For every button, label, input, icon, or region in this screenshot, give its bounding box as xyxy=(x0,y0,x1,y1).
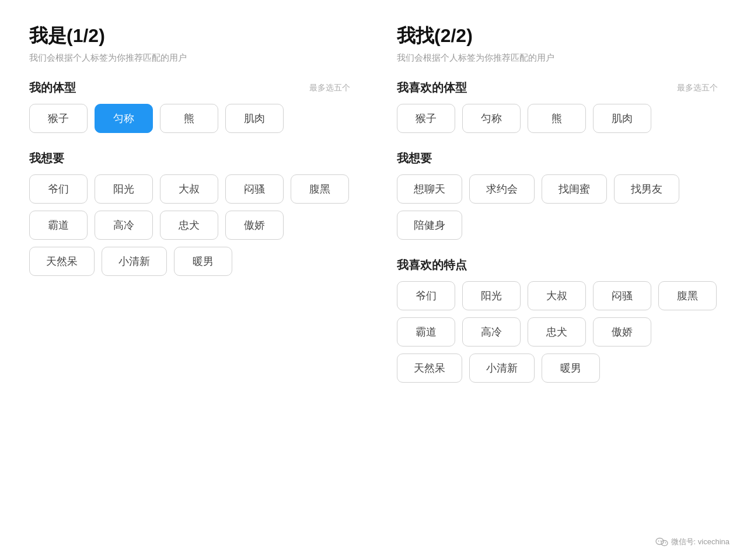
left-subtitle: 我们会根据个人标签为你推荐匹配的用户 xyxy=(29,52,350,64)
left-body-type-limit: 最多选五个 xyxy=(309,83,350,93)
left-want-group: 我想要 爷们阳光大叔闷骚腹黑霸道高冷忠犬傲娇天然呆小清新暖男 xyxy=(29,150,350,276)
right-body-type-label: 我喜欢的体型 xyxy=(397,80,467,96)
svg-point-3 xyxy=(660,541,661,542)
tag-找闺蜜[interactable]: 找闺蜜 xyxy=(542,174,607,204)
tag-天然呆[interactable]: 天然呆 xyxy=(397,354,462,383)
left-want-label: 我想要 xyxy=(29,150,64,166)
right-body-type-limit: 最多选五个 xyxy=(677,83,718,93)
tag-猴子[interactable]: 猴子 xyxy=(397,104,455,133)
tag-肌肉[interactable]: 肌肉 xyxy=(225,104,284,133)
tag-阳光[interactable]: 阳光 xyxy=(95,174,153,204)
tag-忠犬[interactable]: 忠犬 xyxy=(528,317,586,346)
right-want-group: 我想要 想聊天求约会找闺蜜找男友陪健身 xyxy=(397,150,718,240)
tag-傲娇[interactable]: 傲娇 xyxy=(593,317,651,346)
tag-猴子[interactable]: 猴子 xyxy=(29,104,88,133)
tag-高冷[interactable]: 高冷 xyxy=(462,317,521,346)
main-layout: 我是(1/2) 我们会根据个人标签为你推荐匹配的用户 我的体型 最多选五个 猴子… xyxy=(29,23,718,400)
left-column: 我是(1/2) 我们会根据个人标签为你推荐匹配的用户 我的体型 最多选五个 猴子… xyxy=(29,23,350,400)
tag-腹黑[interactable]: 腹黑 xyxy=(291,174,349,204)
svg-point-5 xyxy=(665,542,666,544)
tag-腹黑[interactable]: 腹黑 xyxy=(658,281,717,310)
right-traits-group: 我喜欢的特点 爷们阳光大叔闷骚腹黑霸道高冷忠犬傲娇天然呆小清新暖男 xyxy=(397,257,718,383)
tag-熊[interactable]: 熊 xyxy=(528,104,586,133)
wechat-icon xyxy=(655,536,668,548)
right-subtitle: 我们会根据个人标签为你推荐匹配的用户 xyxy=(397,52,718,64)
tag-想聊天[interactable]: 想聊天 xyxy=(397,174,462,204)
tag-找男友[interactable]: 找男友 xyxy=(614,174,679,204)
right-body-type-header: 我喜欢的体型 最多选五个 xyxy=(397,80,718,96)
tag-暖男[interactable]: 暖男 xyxy=(174,247,232,276)
svg-point-1 xyxy=(661,541,668,546)
left-body-type-tags: 猴子匀称熊肌肉 xyxy=(29,104,350,133)
left-title: 我是(1/2) xyxy=(29,23,350,49)
tag-陪健身[interactable]: 陪健身 xyxy=(397,211,462,240)
tag-爷们[interactable]: 爷们 xyxy=(29,174,88,204)
tag-求约会[interactable]: 求约会 xyxy=(469,174,535,204)
tag-大叔[interactable]: 大叔 xyxy=(528,281,586,310)
watermark-text: 微信号: vicechina xyxy=(671,537,729,547)
tag-匀称[interactable]: 匀称 xyxy=(95,104,153,133)
left-want-header: 我想要 xyxy=(29,150,350,166)
tag-阳光[interactable]: 阳光 xyxy=(462,281,521,310)
watermark: 微信号: vicechina xyxy=(655,536,729,548)
right-want-header: 我想要 xyxy=(397,150,718,166)
left-body-type-label: 我的体型 xyxy=(29,80,76,96)
tag-小清新[interactable]: 小清新 xyxy=(469,354,535,383)
tag-忠犬[interactable]: 忠犬 xyxy=(160,211,218,240)
tag-肌肉[interactable]: 肌肉 xyxy=(593,104,651,133)
right-traits-header: 我喜欢的特点 xyxy=(397,257,718,273)
tag-闷骚[interactable]: 闷骚 xyxy=(225,174,284,204)
tag-霸道[interactable]: 霸道 xyxy=(29,211,88,240)
right-traits-label: 我喜欢的特点 xyxy=(397,257,467,273)
right-body-type-tags: 猴子匀称熊肌肉 xyxy=(397,104,718,133)
left-body-type-header: 我的体型 最多选五个 xyxy=(29,80,350,96)
right-body-type-group: 我喜欢的体型 最多选五个 猴子匀称熊肌肉 xyxy=(397,80,718,133)
left-want-tags: 爷们阳光大叔闷骚腹黑霸道高冷忠犬傲娇天然呆小清新暖男 xyxy=(29,174,350,276)
right-title: 我找(2/2) xyxy=(397,23,718,49)
right-want-label: 我想要 xyxy=(397,150,432,166)
tag-天然呆[interactable]: 天然呆 xyxy=(29,247,95,276)
tag-闷骚[interactable]: 闷骚 xyxy=(593,281,651,310)
tag-傲娇[interactable]: 傲娇 xyxy=(225,211,284,240)
tag-小清新[interactable]: 小清新 xyxy=(102,247,167,276)
tag-暖男[interactable]: 暖男 xyxy=(542,354,600,383)
tag-熊[interactable]: 熊 xyxy=(160,104,218,133)
left-body-type-group: 我的体型 最多选五个 猴子匀称熊肌肉 xyxy=(29,80,350,133)
tag-霸道[interactable]: 霸道 xyxy=(397,317,455,346)
right-traits-tags: 爷们阳光大叔闷骚腹黑霸道高冷忠犬傲娇天然呆小清新暖男 xyxy=(397,281,718,383)
svg-point-4 xyxy=(662,542,664,544)
tag-高冷[interactable]: 高冷 xyxy=(95,211,153,240)
tag-匀称[interactable]: 匀称 xyxy=(462,104,521,133)
tag-大叔[interactable]: 大叔 xyxy=(160,174,218,204)
right-column: 我找(2/2) 我们会根据个人标签为你推荐匹配的用户 我喜欢的体型 最多选五个 … xyxy=(397,23,718,400)
svg-point-2 xyxy=(658,541,659,542)
tag-爷们[interactable]: 爷们 xyxy=(397,281,455,310)
right-want-tags: 想聊天求约会找闺蜜找男友陪健身 xyxy=(397,174,718,240)
